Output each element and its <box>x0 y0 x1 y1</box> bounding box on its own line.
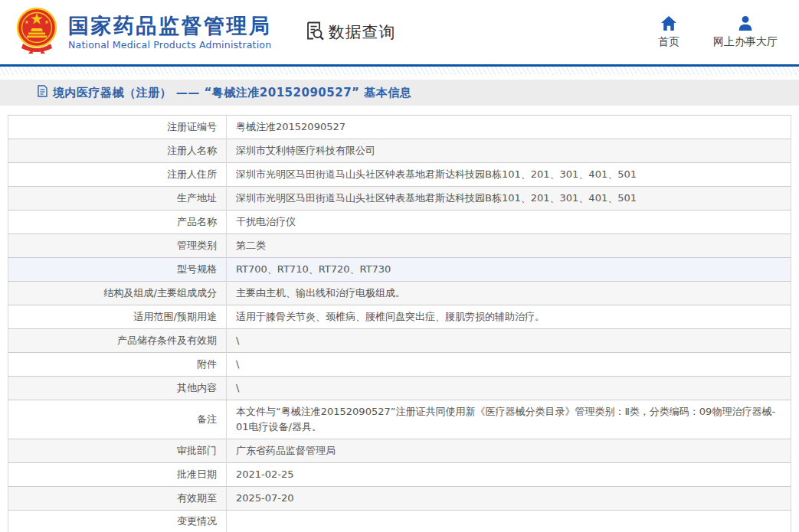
table-row: 注册证编号 粤械注准20152090527 <box>8 116 791 139</box>
row-label: 批准日期 <box>8 463 227 487</box>
table-row: 批准日期 2021-02-25 <box>8 463 791 487</box>
row-label: 注册证编号 <box>8 116 227 139</box>
row-value: 2025-07-20 <box>227 487 791 511</box>
nav-home-label: 首页 <box>658 35 679 49</box>
table-row: 变更情况 <box>8 511 791 532</box>
row-label: 注册人名称 <box>8 139 227 163</box>
row-label: 附件 <box>8 353 227 377</box>
row-value: RT700、RT710、RT720、RT730 <box>227 258 791 282</box>
nav-home[interactable]: 首页 <box>658 15 679 49</box>
table-row: 注册人名称 深圳市艾利特医疗科技有限公司 <box>8 139 791 163</box>
data-search-icon <box>304 20 329 44</box>
user-icon <box>737 15 754 31</box>
table-row: 有效期至 2025-07-20 <box>8 487 791 511</box>
table-row: 附件 \ <box>8 353 791 377</box>
header-nav: 首页 网上办事大厅 <box>624 15 778 49</box>
row-value: 粤械注准20152090527 <box>227 116 791 139</box>
row-label: 适用范围/预期用途 <box>8 305 227 329</box>
table-row: 生产地址 深圳市光明区马田街道马山头社区钟表基地君斯达科技园B栋101、201、… <box>8 187 791 211</box>
page-header: 国家药品监督管理局 National Medical Products Admi… <box>0 0 799 64</box>
row-value: \ <box>227 353 791 377</box>
nav-online-hall[interactable]: 网上办事大厅 <box>713 15 778 49</box>
row-label: 审批部门 <box>8 439 227 463</box>
registration-detail-table: 注册证编号 粤械注准20152090527 注册人名称 深圳市艾利特医疗科技有限… <box>8 115 791 532</box>
row-value: 本文件与“粤械注准20152090527”注册证共同使用新《医疗器械分类目录》管… <box>227 400 791 439</box>
row-label: 有效期至 <box>8 487 227 511</box>
national-emblem-icon <box>15 7 68 57</box>
row-value: 适用于膝骨关节炎、颈椎病、腰椎间盘突出症、腰肌劳损的辅助治疗。 <box>227 305 791 329</box>
data-query-section[interactable]: 数据查询 <box>304 20 396 44</box>
table-row-remark: 备注 本文件与“粤械注准20152090527”注册证共同使用新《医疗器械分类目… <box>8 400 791 439</box>
row-label: 其他内容 <box>8 377 227 400</box>
table-row: 管理类别 第二类 <box>8 234 791 258</box>
row-label: 备注 <box>8 400 227 439</box>
row-value: \ <box>227 377 791 400</box>
home-icon <box>660 15 677 31</box>
page-title: 境内医疗器械（注册） —— “粤械注准20152090527” 基本信息 <box>53 86 411 100</box>
row-label: 型号规格 <box>8 258 227 282</box>
table-row: 产品储存条件及有效期 \ <box>8 329 791 353</box>
row-value: \ <box>227 329 791 353</box>
row-label: 结构及组成/主要组成成分 <box>8 282 227 305</box>
table-row: 审批部门 广东省药品监督管理局 <box>8 439 791 463</box>
row-value: 主要由主机、输出线和治疗电极组成。 <box>227 282 791 305</box>
row-value: 干扰电治疗仪 <box>227 211 791 234</box>
row-label: 产品名称 <box>8 211 227 234</box>
row-label: 注册人住所 <box>8 163 227 187</box>
nmpa-logo[interactable]: 国家药品监督管理局 National Medical Products Admi… <box>15 7 272 57</box>
row-value: 深圳市光明区马田街道马山头社区钟表基地君斯达科技园B栋101、201、301、4… <box>227 163 791 187</box>
site-title: 国家药品监督管理局 <box>68 14 272 38</box>
nav-online-hall-label: 网上办事大厅 <box>713 35 778 49</box>
row-value: 第二类 <box>227 234 791 258</box>
row-value: 广东省药品监督管理局 <box>227 439 791 463</box>
document-icon <box>38 85 53 100</box>
row-label: 产品储存条件及有效期 <box>8 329 227 353</box>
site-subtitle: National Medical Products Administration <box>68 39 272 51</box>
row-value: 深圳市光明区马田街道马山头社区钟表基地君斯达科技园B栋101、201、301、4… <box>227 187 791 211</box>
row-value <box>227 511 791 532</box>
hatch-strip <box>0 67 799 75</box>
table-row: 其他内容 \ <box>8 377 791 400</box>
logo-text-block: 国家药品监督管理局 National Medical Products Admi… <box>68 14 272 51</box>
table-row-highlighted: 型号规格 RT700、RT710、RT720、RT730 <box>8 258 791 282</box>
table-row: 结构及组成/主要组成成分 主要由主机、输出线和治疗电极组成。 <box>8 282 791 305</box>
table-row: 适用范围/预期用途 适用于膝骨关节炎、颈椎病、腰椎间盘突出症、腰肌劳损的辅助治疗… <box>8 305 791 329</box>
row-label: 生产地址 <box>8 187 227 211</box>
table-row: 注册人住所 深圳市光明区马田街道马山头社区钟表基地君斯达科技园B栋101、201… <box>8 163 791 187</box>
row-value: 深圳市艾利特医疗科技有限公司 <box>227 139 791 163</box>
row-label: 管理类别 <box>8 234 227 258</box>
data-query-label: 数据查询 <box>329 21 396 43</box>
row-value: 2021-02-25 <box>227 463 791 487</box>
table-row: 产品名称 干扰电治疗仪 <box>8 211 791 234</box>
breadcrumb: 境内医疗器械（注册） —— “粤械注准20152090527” 基本信息 <box>0 80 799 106</box>
row-label: 变更情况 <box>8 511 227 532</box>
